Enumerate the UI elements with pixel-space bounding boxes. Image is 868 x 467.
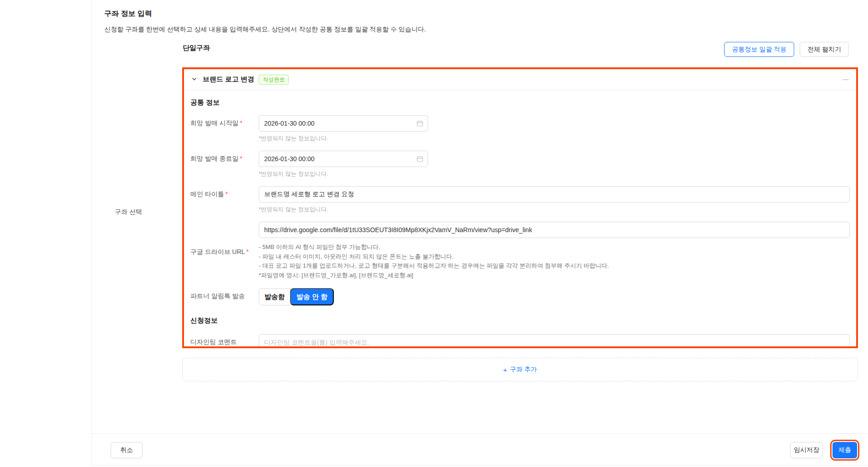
- panel-title: 브랜드 로고 변경: [203, 75, 254, 84]
- start-date-row: 희망 발매 시작일* *반영되지 않는 정보입니다.: [190, 115, 850, 142]
- group-title: 단일구좌: [183, 44, 210, 52]
- expand-all-button[interactable]: 전체 펼치기: [800, 42, 849, 57]
- calendar-icon[interactable]: [417, 120, 423, 128]
- add-account-button[interactable]: + 구좌 추가: [182, 358, 858, 381]
- design-comment-label: 디자인팀 코멘트: [190, 334, 259, 348]
- end-date-input[interactable]: [259, 151, 428, 167]
- submit-button[interactable]: 제출: [832, 442, 857, 458]
- required-mark: *: [240, 155, 242, 162]
- note-line: - 대표 로고 파일 1개를 업로드하거나, 로고 형태를 구분해서 적용하고자…: [259, 261, 850, 271]
- end-date-label: 희망 발매 종료일*: [190, 151, 259, 178]
- alimtalk-row: 파트너 알림톡 발송 발송함 발송 안 함: [190, 288, 850, 305]
- main-title-row: 메인 타이틀* *반영되지 않는 정보입니다.: [190, 186, 850, 213]
- end-date-row: 희망 발매 종료일* *반영되지 않는 정보입니다.: [190, 151, 850, 178]
- panel-header[interactable]: 브랜드 로고 변경 작성완료: [184, 69, 856, 90]
- drive-url-row: 구글 드라이브 URL* - 5MB 이하의 AI 형식 파일만 첨부 가능합니…: [190, 222, 850, 280]
- start-date-input[interactable]: [259, 115, 428, 132]
- page-subtitle: 신청할 구좌를 한번에 선택하고 상세 내용을 입력해주세요. 상단에서 작성한…: [104, 25, 426, 34]
- toolbar: 공통정보 일괄 적용 전체 펼치기: [724, 42, 849, 57]
- left-divider: [92, 0, 92, 465]
- alimtalk-toggle: 발송함 발송 안 함: [259, 288, 850, 305]
- panel-body: 공통 정보 희망 발매 시작일* *반영되지 않는 정보입니다. 희망 발매 종…: [184, 90, 856, 348]
- note-line: *파일명에 명시: [브랜드명_가로형.ai], [브랜드명_세로형.ai]: [259, 271, 850, 280]
- chevron-down-icon[interactable]: [191, 76, 197, 84]
- calendar-icon[interactable]: [417, 156, 423, 164]
- start-date-label: 희망 발매 시작일*: [190, 115, 259, 142]
- account-select-label: 구좌 선택: [115, 208, 142, 216]
- common-info-heading: 공통 정보: [190, 98, 850, 107]
- end-date-helper: *반영되지 않는 정보입니다.: [259, 170, 850, 178]
- remove-icon[interactable]: [842, 79, 849, 80]
- design-comment-row: 디자인팀 코멘트: [190, 334, 850, 348]
- drive-url-notes: - 5MB 이하의 AI 형식 파일만 첨부 가능합니다. - 파일 내 레스터…: [259, 243, 850, 280]
- main-title-input[interactable]: [259, 186, 850, 203]
- drive-url-label: 구글 드라이브 URL*: [190, 222, 259, 280]
- page-title: 구좌 정보 입력: [104, 9, 426, 19]
- plus-icon: +: [503, 366, 507, 374]
- required-mark: *: [240, 119, 242, 127]
- bottom-divider: [92, 465, 868, 466]
- note-line: - 파일 내 레스터 이미지, 아웃라인 처리 되지 않은 폰트는 노출 불가합…: [259, 252, 850, 262]
- add-account-label: 구좌 추가: [510, 365, 537, 374]
- required-mark: *: [246, 248, 249, 255]
- request-info-heading: 신청정보: [190, 316, 850, 325]
- alimtalk-label: 파트너 알림톡 발송: [190, 288, 259, 305]
- required-mark: *: [225, 190, 228, 198]
- start-date-helper: *반영되지 않는 정보입니다.: [259, 135, 850, 142]
- apply-common-info-button[interactable]: 공통정보 일괄 적용: [724, 42, 794, 57]
- save-draft-button[interactable]: 임시저장: [790, 442, 823, 458]
- brand-logo-panel: 브랜드 로고 변경 작성완료 공통 정보 희망 발매 시작일* *반영되지 않는…: [182, 67, 858, 348]
- note-line: - 5MB 이하의 AI 형식 파일만 첨부 가능합니다.: [259, 243, 850, 252]
- alimtalk-no-send-option[interactable]: 발송 안 함: [290, 288, 334, 305]
- main-title-helper: *반영되지 않는 정보입니다.: [259, 206, 850, 213]
- footer-divider: [92, 433, 868, 434]
- alimtalk-send-option[interactable]: 발송함: [259, 288, 291, 305]
- status-badge: 작성완료: [259, 75, 289, 85]
- design-comment-input[interactable]: [259, 334, 850, 348]
- main-title-label: 메인 타이틀*: [190, 186, 259, 213]
- cancel-button[interactable]: 취소: [111, 442, 143, 458]
- drive-url-input[interactable]: [259, 222, 850, 238]
- page-header: 구좌 정보 입력 신청할 구좌를 한번에 선택하고 상세 내용을 입력해주세요.…: [104, 9, 426, 34]
